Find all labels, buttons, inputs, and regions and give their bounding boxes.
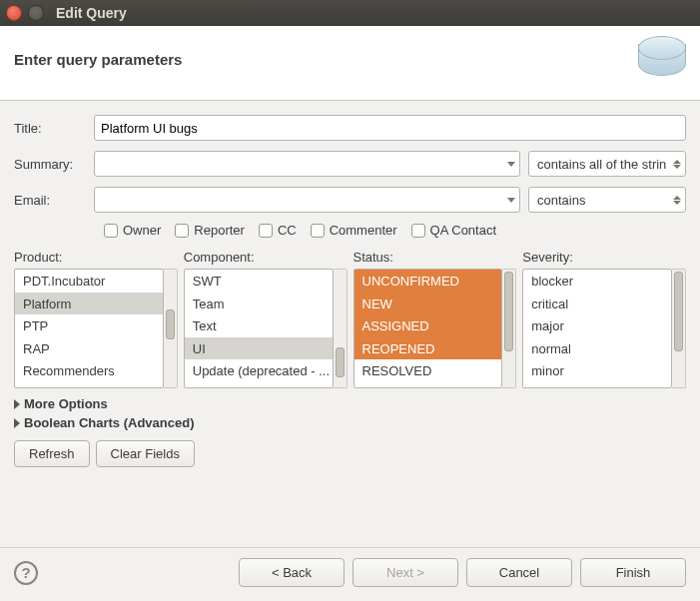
list-item[interactable]: critical xyxy=(523,293,671,315)
window-titlebar: Edit Query xyxy=(0,0,700,26)
component-label: Component: xyxy=(184,250,348,265)
list-item[interactable]: ASSIGNED xyxy=(354,314,502,337)
chevron-down-icon xyxy=(507,198,515,203)
refresh-button[interactable]: Refresh xyxy=(14,440,90,467)
summary-row: Summary: contains all of the strin xyxy=(14,151,686,177)
page-title: Enter query parameters xyxy=(14,51,182,68)
list-item[interactable]: PDT.Incubator xyxy=(15,270,163,293)
list-item[interactable]: Recommenders xyxy=(15,359,163,382)
chevron-down-icon xyxy=(507,162,515,167)
product-scrollbar[interactable] xyxy=(164,269,178,388)
email-mode-select[interactable]: contains xyxy=(528,187,686,213)
email-combo[interactable] xyxy=(94,187,520,213)
product-column: Product: PDT.IncubatorPlatformPTPRAPReco… xyxy=(14,250,178,388)
severity-column: Severity: blockercriticalmajornormalmino… xyxy=(522,250,686,388)
email-row: Email: contains xyxy=(14,187,686,213)
triangle-right-icon xyxy=(14,418,20,428)
more-options-expander[interactable]: More Options xyxy=(14,396,686,411)
summary-label: Summary: xyxy=(14,157,86,172)
title-input[interactable] xyxy=(94,115,686,141)
list-item[interactable]: RESOLVED xyxy=(354,359,502,382)
window-close-icon[interactable] xyxy=(6,5,22,21)
email-role-checks: Owner Reporter CC Commenter QA Contact xyxy=(104,223,686,238)
title-row: Title: xyxy=(14,115,686,141)
commenter-checkbox[interactable]: Commenter xyxy=(311,223,397,238)
list-item[interactable]: REOPENED xyxy=(354,337,502,360)
list-item[interactable]: Update (deprecated - ... xyxy=(185,359,333,382)
window-minimize-icon[interactable] xyxy=(28,5,44,21)
form-content: Title: Summary: contains all of the stri… xyxy=(0,101,700,475)
list-item[interactable]: RAP xyxy=(15,337,163,360)
status-listbox[interactable]: UNCONFIRMEDNEWASSIGNEDREOPENEDRESOLVED xyxy=(353,269,503,388)
component-scrollbar[interactable] xyxy=(334,269,348,388)
title-label: Title: xyxy=(14,121,86,136)
status-scrollbar[interactable] xyxy=(502,269,516,388)
filter-lists: Product: PDT.IncubatorPlatformPTPRAPReco… xyxy=(14,250,686,388)
email-mode-value: contains xyxy=(537,193,673,208)
spinner-icon xyxy=(673,160,681,169)
product-listbox[interactable]: PDT.IncubatorPlatformPTPRAPRecommenders xyxy=(14,269,164,388)
triangle-right-icon xyxy=(14,399,20,409)
banner: Enter query parameters xyxy=(0,26,700,101)
qa-contact-checkbox[interactable]: QA Contact xyxy=(411,223,496,238)
list-item[interactable]: NEW xyxy=(354,293,502,315)
list-item[interactable]: SWT xyxy=(185,270,333,293)
summary-mode-select[interactable]: contains all of the strin xyxy=(528,151,686,177)
severity-label: Severity: xyxy=(522,250,686,265)
severity-listbox[interactable]: blockercriticalmajornormalminor xyxy=(522,269,672,388)
finish-button[interactable]: Finish xyxy=(580,558,686,587)
boolean-charts-expander[interactable]: Boolean Charts (Advanced) xyxy=(14,415,686,430)
window-title: Edit Query xyxy=(56,5,127,21)
back-button[interactable]: < Back xyxy=(239,558,345,587)
database-icon xyxy=(638,36,686,82)
component-listbox[interactable]: SWTTeamTextUIUpdate (deprecated - ... xyxy=(184,269,334,388)
product-label: Product: xyxy=(14,250,178,265)
help-icon[interactable]: ? xyxy=(14,561,38,585)
email-label: Email: xyxy=(14,193,86,208)
list-item[interactable]: UNCONFIRMED xyxy=(354,270,502,293)
owner-checkbox[interactable]: Owner xyxy=(104,223,161,238)
list-item[interactable]: major xyxy=(523,314,671,337)
list-item[interactable]: Platform xyxy=(15,293,163,315)
summary-mode-value: contains all of the strin xyxy=(537,157,673,172)
list-item[interactable]: normal xyxy=(523,337,671,360)
status-column: Status: UNCONFIRMEDNEWASSIGNEDREOPENEDRE… xyxy=(353,250,517,388)
wizard-footer: ? < Back Next > Cancel Finish xyxy=(0,547,700,601)
reporter-checkbox[interactable]: Reporter xyxy=(175,223,245,238)
list-item[interactable]: blocker xyxy=(523,270,671,293)
action-buttons: Refresh Clear Fields xyxy=(14,440,686,467)
list-item[interactable]: Text xyxy=(185,314,333,337)
component-column: Component: SWTTeamTextUIUpdate (deprecat… xyxy=(184,250,348,388)
cc-checkbox[interactable]: CC xyxy=(259,223,297,238)
summary-combo[interactable] xyxy=(94,151,520,177)
list-item[interactable]: UI xyxy=(185,337,333,360)
list-item[interactable]: PTP xyxy=(15,314,163,337)
list-item[interactable]: Team xyxy=(185,293,333,315)
next-button: Next > xyxy=(352,558,458,587)
clear-fields-button[interactable]: Clear Fields xyxy=(96,440,195,467)
status-label: Status: xyxy=(353,250,517,265)
spinner-icon xyxy=(673,196,681,205)
list-item[interactable]: minor xyxy=(523,359,671,382)
severity-scrollbar[interactable] xyxy=(672,269,686,388)
cancel-button[interactable]: Cancel xyxy=(466,558,572,587)
